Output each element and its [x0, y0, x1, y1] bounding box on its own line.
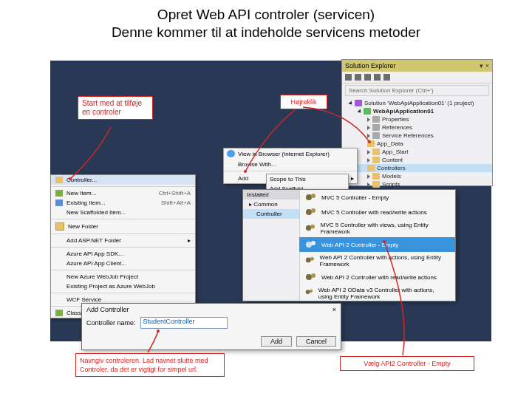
callout-name: Navngiv controleren. Lad navnet slutte m… — [75, 353, 225, 377]
separator — [51, 247, 195, 248]
folder-icon — [372, 173, 380, 180]
scaffold-option[interactable]: Web API 2 OData v3 Controller with actio… — [299, 284, 455, 301]
svg-point-12 — [306, 290, 310, 294]
svg-point-0 — [306, 194, 312, 200]
ctx-scope[interactable]: Scope to This — [267, 174, 348, 184]
svg-point-7 — [311, 241, 316, 245]
gear-icon — [305, 223, 316, 233]
callout-start: Start med at tilføje en controler — [78, 96, 153, 120]
scaffold-option[interactable]: Web API 2 Controller with actions, using… — [299, 252, 455, 270]
scaffold-option[interactable]: MVC 5 Controller with views, using Entit… — [299, 219, 455, 237]
gear-icon — [305, 207, 317, 217]
menu-scaffolded[interactable]: New Scaffolded Item... — [51, 208, 195, 217]
solution-tree: Solution 'WebApiApplication01' (1 projec… — [342, 98, 492, 198]
menu-new-webjob[interactable]: New Azure WebJob Project — [51, 272, 195, 282]
wrench-icon — [372, 116, 380, 123]
controller-name-input[interactable]: StudentController — [140, 317, 228, 329]
folder-icon — [367, 165, 375, 171]
gear-icon — [305, 192, 317, 202]
gear-icon — [305, 256, 316, 266]
add-controller-dialog: Add Controller × Controller name: Studen… — [81, 303, 341, 350]
scaffold-option[interactable]: Web API 2 Controller with read/write act… — [299, 270, 455, 284]
tree-solution[interactable]: Solution 'WebApiApplication01' (1 projec… — [342, 99, 492, 107]
gear-icon — [305, 272, 317, 282]
refresh-icon[interactable] — [355, 74, 361, 81]
folder-icon — [372, 181, 380, 188]
scaffold-option[interactable]: MVC 5 Controller with read/write actions — [299, 205, 455, 219]
separator — [51, 186, 195, 187]
svg-point-3 — [311, 208, 316, 213]
menu-new-folder[interactable]: New Folder — [51, 221, 195, 232]
separator — [51, 293, 195, 293]
tree-item[interactable]: References — [342, 123, 492, 132]
svg-point-10 — [306, 274, 312, 280]
callout-rightclick: Højreklik — [280, 95, 327, 109]
svg-point-11 — [311, 273, 316, 278]
tree-project[interactable]: WebApiApplication01 — [342, 107, 492, 115]
panel-menu-icon[interactable]: ▾ × — [480, 62, 489, 69]
show-all-icon[interactable] — [374, 74, 381, 81]
svg-point-1 — [311, 194, 316, 198]
title-line1: Opret Web API controler (servicen) — [157, 7, 375, 22]
tree-item[interactable]: Scripts — [342, 180, 492, 188]
svg-point-8 — [306, 258, 311, 263]
menu-new-item[interactable]: New Item...Ctrl+Shift+A — [51, 188, 195, 198]
menu-existing-webjob[interactable]: Existing Project as Azure WebJob — [51, 282, 195, 291]
new-folder-icon — [55, 222, 64, 231]
blank-icon — [227, 160, 235, 168]
menu-aspnet-folder[interactable]: Add ASP.NET Folder▸ — [51, 236, 195, 245]
class-icon — [55, 310, 63, 316]
service-ref-icon — [372, 132, 380, 139]
separator — [51, 233, 195, 234]
scaffold-tree-common[interactable]: ▸ Common — [243, 200, 299, 209]
menu-existing-item[interactable]: Existing Item...Shift+Alt+A — [51, 198, 195, 208]
scaffold-option-selected[interactable]: Web API 2 Controller - Empty — [299, 237, 455, 252]
menu-azure-sdk[interactable]: Azure API App SDK... — [51, 249, 195, 259]
controller-name-label: Controller name: — [86, 319, 136, 327]
home-icon[interactable] — [345, 74, 352, 81]
collapse-icon[interactable] — [364, 74, 371, 81]
tree-item[interactable]: Models — [342, 172, 492, 180]
scaffold-tree-controller[interactable]: Controller — [243, 209, 299, 219]
add-menu: Controller... New Item...Ctrl+Shift+A Ex… — [50, 174, 196, 318]
tree-item[interactable]: Service References — [342, 132, 492, 140]
menu-azure-client[interactable]: Azure API App Client... — [51, 259, 195, 268]
ctx-browse-with[interactable]: Browse With... — [224, 159, 357, 169]
slide-title: Opret Web API controler (servicen) Denne… — [0, 6, 532, 41]
project-icon — [364, 108, 371, 115]
separator — [51, 270, 195, 270]
svg-point-4 — [306, 225, 311, 231]
title-line2: Denne kommer til at indeholde servicens … — [112, 24, 420, 40]
svg-point-13 — [310, 289, 313, 292]
callout-choose: Vælg API2 Controller - Empty — [340, 356, 474, 371]
references-icon — [372, 124, 380, 131]
scaffold-option[interactable]: MVC 5 Controller - Empty — [299, 190, 455, 205]
scaffold-options: MVC 5 Controller - Empty MVC 5 Controlle… — [299, 190, 455, 301]
cancel-button[interactable]: Cancel — [296, 336, 336, 347]
solution-explorer-panel: Solution Explorer ▾ × Search Solution Ex… — [341, 59, 493, 186]
close-icon[interactable]: × — [332, 306, 336, 313]
svg-point-2 — [306, 209, 312, 215]
svg-point-6 — [306, 242, 312, 248]
solution-explorer-header: Solution Explorer ▾ × — [342, 60, 492, 72]
solution-explorer-toolbar — [342, 72, 492, 83]
blank-icon — [227, 174, 235, 182]
new-item-icon — [55, 190, 63, 197]
scaffold-left-panel: Installed ▸ Common Controller — [243, 190, 300, 301]
separator — [224, 171, 357, 171]
tree-item-controllers[interactable]: Controllers — [342, 164, 492, 172]
folder-icon — [372, 157, 380, 163]
ctx-view-in-browser[interactable]: View in Browser (Internet Explorer) — [224, 149, 357, 159]
tree-item[interactable]: App_Data — [342, 140, 492, 148]
properties-icon[interactable] — [383, 74, 390, 81]
solution-search-input[interactable]: Search Solution Explorer (Ctrl+') — [345, 85, 489, 96]
folder-icon — [372, 149, 380, 155]
add-controller-title: Add Controller — [86, 306, 129, 313]
tree-item[interactable]: Properties — [342, 115, 492, 123]
menu-controller[interactable]: Controller... — [51, 175, 195, 185]
tree-item[interactable]: App_Start — [342, 148, 492, 156]
tree-item[interactable]: Content — [342, 156, 492, 164]
ie-icon — [227, 150, 235, 157]
add-button[interactable]: Add — [261, 336, 292, 347]
svg-point-5 — [310, 225, 315, 229]
